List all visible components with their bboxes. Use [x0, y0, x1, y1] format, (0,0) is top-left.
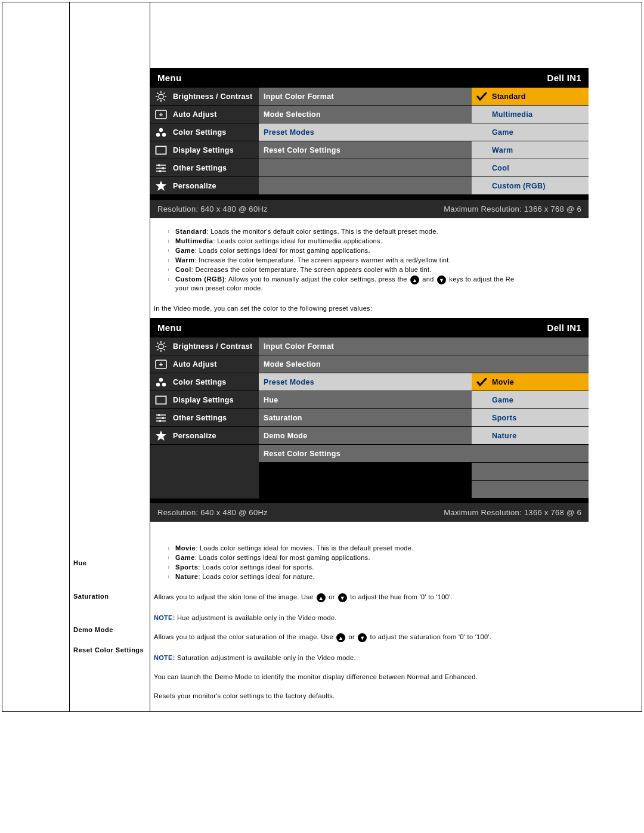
svg-line-6: [163, 99, 165, 100]
osd-nav-item[interactable]: Display Settings: [150, 141, 259, 159]
svg-rect-14: [156, 146, 166, 154]
svg-point-11: [159, 128, 163, 131]
osd-nav-item[interactable]: +Auto Adjust: [150, 106, 259, 123]
nav-icon: [155, 162, 167, 174]
osd-sub-item[interactable]: Hue: [259, 391, 472, 409]
saturation-note: NOTE: Saturation adjustment is available…: [150, 648, 642, 667]
osd-resolution: Resolution: 640 x 480 @ 60Hz: [157, 205, 268, 213]
svg-point-32: [159, 377, 163, 381]
osd-sub-item[interactable]: Input Color Format: [259, 337, 472, 355]
nav-icon: [155, 412, 167, 424]
up-arrow-icon: ▲: [317, 593, 326, 602]
nav-icon: +: [155, 109, 167, 120]
svg-line-8: [163, 92, 165, 94]
svg-point-34: [162, 382, 166, 386]
checkmark-icon: [476, 92, 487, 101]
osd-option-item[interactable]: Sports: [472, 409, 589, 427]
svg-point-33: [156, 382, 160, 386]
video-mode-intro: In the Video mode, you can set the color…: [150, 299, 642, 318]
osd-nav-item[interactable]: Personalize: [150, 427, 259, 445]
hue-description: Allows you to adjust the skin tone of th…: [150, 587, 642, 608]
osd-option-item[interactable]: Custom (RGB): [472, 177, 589, 195]
demo-mode-description: You can launch the Demo Mode to identify…: [150, 667, 642, 686]
osd-option-item[interactable]: Standard: [472, 88, 589, 106]
svg-point-12: [156, 132, 160, 136]
osd-menu-1: Menu Dell IN1 Brightness / Contrast+Auto…: [150, 68, 589, 218]
svg-rect-19: [162, 167, 164, 169]
osd-nav-item[interactable]: Color Settings: [150, 373, 259, 391]
osd-sub-item: [259, 177, 472, 195]
svg-point-21: [159, 344, 163, 349]
osd-max-resolution: Maximum Resolution: 1366 x 768 @ 6: [444, 508, 581, 517]
osd-option-item[interactable]: Warm: [472, 141, 589, 159]
svg-line-29: [163, 342, 165, 343]
svg-point-13: [162, 132, 166, 136]
nav-icon: [155, 180, 167, 192]
osd-option-item[interactable]: Multimedia: [472, 106, 589, 123]
left-empty-column: [2, 2, 70, 711]
osd-sub-item[interactable]: Reset Color Settings: [259, 445, 472, 463]
down-arrow-icon: ▼: [358, 633, 367, 642]
osd-option-item[interactable]: Cool: [472, 159, 589, 177]
osd-sub-item[interactable]: Input Color Format: [259, 88, 472, 106]
osd-nav-item[interactable]: Other Settings: [150, 409, 259, 427]
osd-menu-2: Menu Dell IN1 Brightness / Contrast+Auto…: [150, 318, 589, 522]
svg-text:+: +: [159, 111, 163, 118]
document-frame: Hue Saturation Demo Mode Reset Color Set…: [2, 2, 642, 712]
down-arrow-icon: ▼: [437, 275, 446, 284]
nav-icon: [155, 126, 167, 138]
checkmark-icon: [476, 378, 487, 386]
svg-line-27: [163, 349, 165, 350]
svg-rect-20: [159, 170, 161, 172]
osd-sub-item[interactable]: Saturation: [259, 409, 472, 427]
osd-sub-item[interactable]: Preset Modes: [259, 373, 472, 391]
row-label-demo: Demo Mode: [70, 624, 150, 636]
osd-max-resolution: Maximum Resolution: 1366 x 768 @ 6: [444, 205, 581, 213]
osd-option-item[interactable]: Game: [472, 123, 589, 141]
row-label-saturation: Saturation: [70, 590, 150, 602]
down-arrow-icon: ▼: [338, 593, 347, 602]
svg-point-0: [159, 94, 163, 99]
osd-sub-item[interactable]: Demo Mode: [259, 427, 472, 445]
svg-line-7: [157, 99, 159, 100]
osd-sub-item[interactable]: Preset Modes: [259, 123, 472, 141]
hue-note: NOTE: Hue adjustment is available only i…: [150, 608, 642, 627]
svg-line-28: [157, 349, 159, 350]
osd-sub-item[interactable]: Mode Selection: [259, 106, 472, 123]
osd-option-item[interactable]: Nature: [472, 427, 589, 445]
nav-icon: [155, 430, 167, 442]
main-column: Menu Dell IN1 Brightness / Contrast+Auto…: [150, 2, 642, 711]
up-arrow-icon: ▲: [336, 633, 345, 642]
label-column: Hue Saturation Demo Mode Reset Color Set…: [70, 2, 150, 711]
up-arrow-icon: ▲: [410, 275, 419, 284]
nav-icon: [155, 394, 167, 406]
preset-description-list-1: Standard: Loads the monitor's default co…: [150, 227, 642, 293]
osd-nav-item[interactable]: Display Settings: [150, 391, 259, 409]
preset-description-list-2: Movie: Loads color settings ideal for mo…: [150, 543, 642, 581]
osd-title: Menu: [157, 73, 181, 83]
svg-line-5: [157, 92, 159, 94]
osd-nav-item[interactable]: Personalize: [150, 177, 259, 195]
osd-option-item[interactable]: Movie: [472, 373, 589, 391]
osd-nav-item[interactable]: Color Settings: [150, 123, 259, 141]
svg-rect-18: [158, 164, 160, 166]
svg-line-26: [157, 342, 159, 343]
nav-icon: [155, 340, 167, 352]
osd-sub-item[interactable]: Mode Selection: [259, 355, 472, 373]
osd-nav-item[interactable]: +Auto Adjust: [150, 355, 259, 373]
row-label-hue: Hue: [70, 557, 150, 569]
nav-icon: [155, 144, 167, 156]
osd-brand: Dell IN1: [547, 73, 581, 83]
svg-rect-41: [159, 420, 161, 422]
osd-nav-item[interactable]: Other Settings: [150, 159, 259, 177]
osd-brand: Dell IN1: [547, 323, 581, 333]
osd-option-item[interactable]: Game: [472, 391, 589, 409]
osd-title: Menu: [157, 323, 181, 333]
reset-color-description: Resets your monitor's color settings to …: [150, 686, 642, 711]
svg-rect-40: [162, 417, 164, 419]
osd-sub-item[interactable]: Reset Color Settings: [259, 141, 472, 159]
osd-resolution: Resolution: 640 x 480 @ 60Hz: [157, 508, 268, 517]
osd-nav-item[interactable]: Brightness / Contrast: [150, 337, 259, 355]
osd-nav-item[interactable]: Brightness / Contrast: [150, 88, 259, 106]
svg-rect-39: [158, 414, 160, 416]
